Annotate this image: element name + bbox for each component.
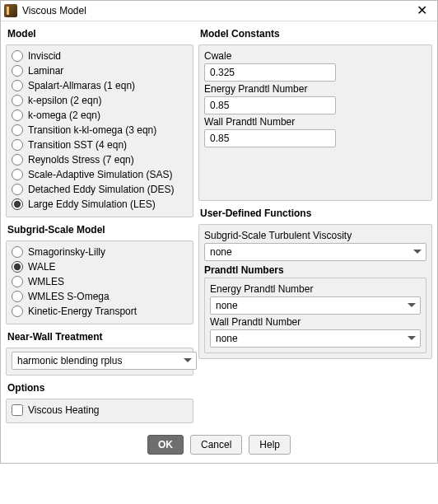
ok-button[interactable]: OK: [147, 435, 184, 455]
constants-heading: Model Constants: [198, 25, 432, 41]
model-option[interactable]: Detached Eddy Simulation (DES): [12, 182, 188, 197]
energy-pr-label: Energy Prandtl Number: [204, 82, 426, 96]
sgs-visc-select[interactable]: [204, 243, 426, 261]
model-option[interactable]: Scale-Adaptive Simulation (SAS): [12, 167, 188, 182]
options-heading: Options: [6, 379, 193, 395]
prandtl-panel: Energy Prandtl Number Wall Prandtl Numbe…: [204, 278, 426, 353]
model-panel: Inviscid Laminar Spalart-Allmaras (1 eqn…: [6, 44, 193, 217]
sgs-option[interactable]: WALE: [12, 259, 188, 274]
window-title: Viscous Model: [22, 5, 86, 16]
sgs-heading: Subgrid-Scale Model: [6, 221, 193, 237]
close-icon[interactable]: ✕: [413, 4, 431, 17]
udf-energy-pr-select[interactable]: [210, 296, 421, 315]
viscous-heating-checkbox[interactable]: Viscous Heating: [12, 403, 188, 418]
wall-pr-label: Wall Prandtl Number: [204, 114, 426, 129]
cwale-input[interactable]: [204, 63, 336, 82]
nearwall-select[interactable]: [12, 352, 197, 370]
help-button[interactable]: Help: [249, 435, 291, 455]
prandtl-heading: Prandtl Numbers: [204, 261, 426, 278]
model-option[interactable]: Transition k-kl-omega (3 eqn): [12, 123, 188, 138]
app-icon: [4, 4, 17, 17]
model-option[interactable]: k-epsilon (2 eqn): [12, 93, 188, 108]
model-option[interactable]: Transition SST (4 eqn): [12, 138, 188, 152]
sgs-option[interactable]: WMLES: [12, 274, 188, 289]
options-panel: Viscous Heating: [6, 399, 193, 423]
udf-wall-pr-select[interactable]: [210, 329, 421, 348]
sgs-option[interactable]: Smagorinsky-Lilly: [12, 245, 188, 259]
model-option[interactable]: k-omega (2 eqn): [12, 108, 188, 123]
model-option[interactable]: Spalart-Allmaras (1 eqn): [12, 78, 188, 93]
model-option[interactable]: Large Eddy Simulation (LES): [12, 197, 188, 212]
energy-pr-input[interactable]: [204, 96, 336, 114]
nearwall-panel: [6, 348, 193, 376]
sgs-option[interactable]: WMLES S-Omega: [12, 289, 188, 304]
model-heading: Model: [6, 25, 193, 41]
sgs-visc-label: Subgrid-Scale Turbulent Viscosity: [204, 228, 426, 243]
nearwall-heading: Near-Wall Treatment: [6, 328, 193, 344]
cwale-label: Cwale: [204, 49, 426, 63]
model-option[interactable]: Reynolds Stress (7 eqn): [12, 152, 188, 167]
constants-panel: Cwale Energy Prandtl Number Wall Prandtl…: [198, 44, 432, 201]
cancel-button[interactable]: Cancel: [190, 435, 242, 455]
sgs-option[interactable]: Kinetic-Energy Transport: [12, 304, 188, 319]
udf-heading: User-Defined Functions: [198, 204, 432, 221]
udf-panel: Subgrid-Scale Turbulent Viscosity Prandt…: [198, 224, 432, 359]
model-option[interactable]: Laminar: [12, 63, 188, 78]
udf-wall-pr-label: Wall Prandtl Number: [210, 315, 421, 329]
wall-pr-input[interactable]: [204, 129, 336, 147]
model-option[interactable]: Inviscid: [12, 49, 188, 63]
sgs-panel: Smagorinsky-Lilly WALE WMLES WMLES S-Ome…: [6, 240, 193, 324]
udf-energy-pr-label: Energy Prandtl Number: [210, 282, 421, 296]
